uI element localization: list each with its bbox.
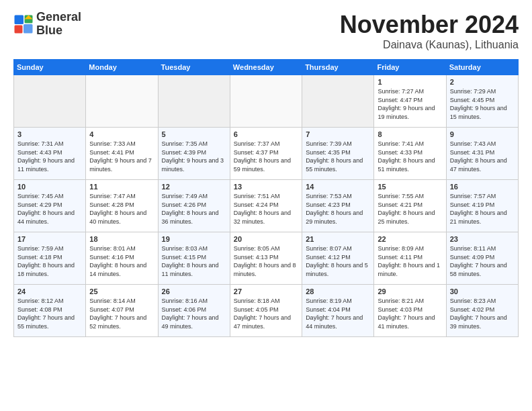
- day-info: Sunrise: 8:12 AM Sunset: 4:08 PM Dayligh…: [17, 297, 82, 330]
- calendar-cell: [14, 75, 86, 128]
- day-number: 25: [89, 287, 154, 295]
- weekday-header-friday: Friday: [374, 60, 446, 75]
- calendar-cell: [158, 75, 230, 128]
- weekday-header-saturday: Saturday: [446, 60, 518, 75]
- day-info: Sunrise: 7:33 AM Sunset: 4:41 PM Dayligh…: [89, 140, 154, 173]
- day-number: 17: [17, 235, 82, 243]
- day-number: 4: [89, 130, 154, 138]
- calendar-cell: 27Sunrise: 8:18 AM Sunset: 4:05 PM Dayli…: [230, 285, 302, 337]
- day-info: Sunrise: 8:18 AM Sunset: 4:05 PM Dayligh…: [234, 297, 298, 330]
- subtitle: Dainava (Kaunas), Lithuania: [340, 39, 519, 51]
- day-number: 23: [450, 235, 515, 243]
- day-number: 13: [234, 183, 298, 191]
- day-info: Sunrise: 7:41 AM Sunset: 4:33 PM Dayligh…: [378, 140, 442, 173]
- day-number: 29: [378, 287, 442, 295]
- calendar-cell: 23Sunrise: 8:11 AM Sunset: 4:09 PM Dayli…: [446, 232, 518, 285]
- day-info: Sunrise: 7:49 AM Sunset: 4:26 PM Dayligh…: [162, 192, 226, 226]
- day-number: 5: [162, 130, 226, 138]
- week-row-5: 24Sunrise: 8:12 AM Sunset: 4:08 PM Dayli…: [14, 285, 519, 337]
- calendar-cell: 14Sunrise: 7:53 AM Sunset: 4:23 PM Dayli…: [302, 180, 374, 232]
- day-number: 11: [89, 183, 154, 191]
- calendar-cell: 15Sunrise: 7:55 AM Sunset: 4:21 PM Dayli…: [374, 180, 446, 232]
- day-info: Sunrise: 8:11 AM Sunset: 4:09 PM Dayligh…: [450, 244, 515, 278]
- day-info: Sunrise: 7:35 AM Sunset: 4:39 PM Dayligh…: [162, 140, 226, 173]
- weekday-header-sunday: Sunday: [14, 60, 86, 75]
- week-row-3: 10Sunrise: 7:45 AM Sunset: 4:29 PM Dayli…: [14, 180, 519, 232]
- calendar-cell: 3Sunrise: 7:31 AM Sunset: 4:43 PM Daylig…: [14, 128, 86, 180]
- day-info: Sunrise: 7:31 AM Sunset: 4:43 PM Dayligh…: [17, 140, 82, 173]
- calendar-cell: 19Sunrise: 8:03 AM Sunset: 4:15 PM Dayli…: [158, 232, 230, 285]
- day-info: Sunrise: 8:16 AM Sunset: 4:06 PM Dayligh…: [162, 297, 226, 330]
- day-info: Sunrise: 8:03 AM Sunset: 4:15 PM Dayligh…: [162, 244, 226, 278]
- day-info: Sunrise: 7:51 AM Sunset: 4:24 PM Dayligh…: [234, 192, 298, 226]
- day-number: 30: [450, 287, 515, 295]
- day-info: Sunrise: 7:27 AM Sunset: 4:47 PM Dayligh…: [378, 87, 442, 121]
- day-info: Sunrise: 8:05 AM Sunset: 4:13 PM Dayligh…: [234, 244, 298, 278]
- calendar-cell: 5Sunrise: 7:35 AM Sunset: 4:39 PM Daylig…: [158, 128, 230, 180]
- calendar-cell: 9Sunrise: 7:43 AM Sunset: 4:31 PM Daylig…: [446, 128, 518, 180]
- logo-text: General Blue: [36, 11, 81, 38]
- logo: General Blue: [13, 11, 81, 38]
- day-number: 28: [306, 287, 370, 295]
- calendar-cell: 2Sunrise: 7:29 AM Sunset: 4:45 PM Daylig…: [446, 75, 518, 128]
- day-number: 16: [450, 183, 515, 191]
- day-info: Sunrise: 7:29 AM Sunset: 4:45 PM Dayligh…: [450, 87, 515, 121]
- title-area: November 2024 Dainava (Kaunas), Lithuani…: [340, 11, 519, 51]
- calendar-cell: 30Sunrise: 8:23 AM Sunset: 4:02 PM Dayli…: [446, 285, 518, 337]
- day-number: 15: [378, 183, 442, 191]
- day-number: 3: [17, 130, 82, 138]
- svg-rect-0: [15, 15, 24, 24]
- day-number: 7: [306, 130, 370, 138]
- day-number: 8: [378, 130, 442, 138]
- svg-rect-4: [24, 24, 33, 34]
- header-row: SundayMondayTuesdayWednesdayThursdayFrid…: [14, 60, 519, 75]
- day-number: 18: [89, 235, 154, 243]
- day-number: 19: [162, 235, 226, 243]
- calendar-cell: 29Sunrise: 8:21 AM Sunset: 4:03 PM Dayli…: [374, 285, 446, 337]
- day-number: 22: [378, 235, 442, 243]
- calendar-cell: [230, 75, 302, 128]
- calendar-cell: 4Sunrise: 7:33 AM Sunset: 4:41 PM Daylig…: [86, 128, 158, 180]
- day-info: Sunrise: 7:37 AM Sunset: 4:37 PM Dayligh…: [234, 140, 298, 173]
- day-number: 20: [234, 235, 298, 243]
- calendar-cell: 13Sunrise: 7:51 AM Sunset: 4:24 PM Dayli…: [230, 180, 302, 232]
- calendar-cell: 25Sunrise: 8:14 AM Sunset: 4:07 PM Dayli…: [86, 285, 158, 337]
- weekday-header-thursday: Thursday: [302, 60, 374, 75]
- day-number: 6: [234, 130, 298, 138]
- day-number: 12: [162, 183, 226, 191]
- day-number: 21: [306, 235, 370, 243]
- svg-rect-3: [15, 25, 23, 33]
- calendar-cell: 10Sunrise: 7:45 AM Sunset: 4:29 PM Dayli…: [14, 180, 86, 232]
- day-info: Sunrise: 7:53 AM Sunset: 4:23 PM Dayligh…: [306, 192, 370, 226]
- header: General Blue November 2024 Dainava (Kaun…: [13, 11, 519, 51]
- calendar-cell: 8Sunrise: 7:41 AM Sunset: 4:33 PM Daylig…: [374, 128, 446, 180]
- calendar-table: SundayMondayTuesdayWednesdayThursdayFrid…: [13, 59, 519, 337]
- day-info: Sunrise: 8:19 AM Sunset: 4:04 PM Dayligh…: [306, 297, 370, 330]
- day-info: Sunrise: 7:47 AM Sunset: 4:28 PM Dayligh…: [89, 192, 154, 226]
- day-number: 26: [162, 287, 226, 295]
- calendar-cell: 16Sunrise: 7:57 AM Sunset: 4:19 PM Dayli…: [446, 180, 518, 232]
- logo-icon: [13, 14, 34, 34]
- day-info: Sunrise: 8:21 AM Sunset: 4:03 PM Dayligh…: [378, 297, 442, 330]
- day-info: Sunrise: 7:43 AM Sunset: 4:31 PM Dayligh…: [450, 140, 515, 173]
- day-number: 14: [306, 183, 370, 191]
- day-info: Sunrise: 8:09 AM Sunset: 4:11 PM Dayligh…: [378, 244, 442, 278]
- day-info: Sunrise: 8:01 AM Sunset: 4:16 PM Dayligh…: [89, 244, 154, 278]
- weekday-header-monday: Monday: [86, 60, 158, 75]
- calendar-cell: 24Sunrise: 8:12 AM Sunset: 4:08 PM Dayli…: [14, 285, 86, 337]
- day-number: 9: [450, 130, 515, 138]
- logo-line2: Blue: [36, 24, 81, 38]
- logo-line1: General: [36, 11, 81, 24]
- calendar-cell: 22Sunrise: 8:09 AM Sunset: 4:11 PM Dayli…: [374, 232, 446, 285]
- week-row-2: 3Sunrise: 7:31 AM Sunset: 4:43 PM Daylig…: [14, 128, 519, 180]
- month-title: November 2024: [340, 11, 519, 39]
- calendar-cell: 18Sunrise: 8:01 AM Sunset: 4:16 PM Dayli…: [86, 232, 158, 285]
- calendar-cell: 12Sunrise: 7:49 AM Sunset: 4:26 PM Dayli…: [158, 180, 230, 232]
- calendar-cell: [86, 75, 158, 128]
- day-info: Sunrise: 7:55 AM Sunset: 4:21 PM Dayligh…: [378, 192, 442, 226]
- day-number: 10: [17, 183, 82, 191]
- calendar-cell: 20Sunrise: 8:05 AM Sunset: 4:13 PM Dayli…: [230, 232, 302, 285]
- weekday-header-tuesday: Tuesday: [158, 60, 230, 75]
- calendar-cell: [302, 75, 374, 128]
- week-row-1: 1Sunrise: 7:27 AM Sunset: 4:47 PM Daylig…: [14, 75, 519, 128]
